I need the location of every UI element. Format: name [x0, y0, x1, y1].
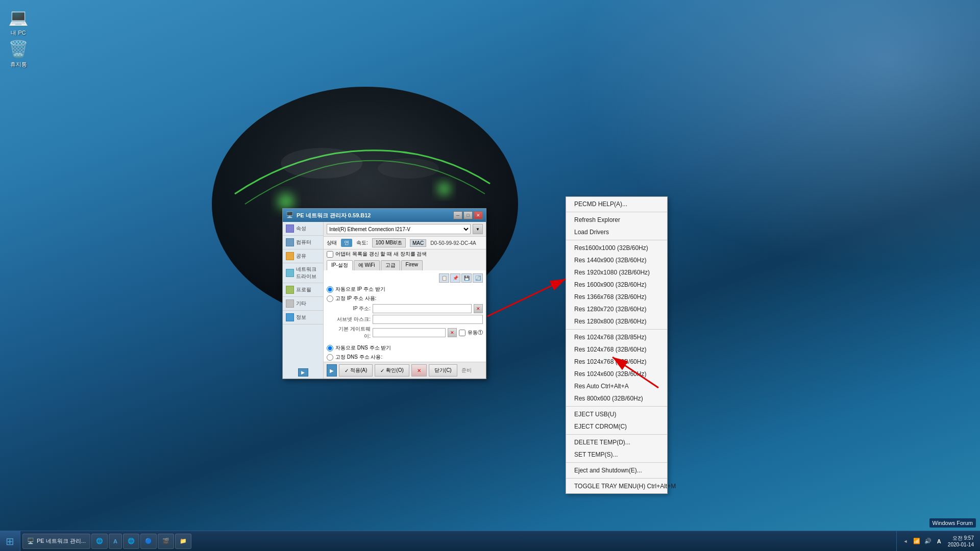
- desktop-icon-mypc[interactable]: 💻 내 PC: [6, 5, 31, 38]
- context-item-delete-temp[interactable]: DELETE TEMP(D)...: [566, 436, 667, 448]
- pe-close-dialog-button[interactable]: 닫기(C): [429, 364, 457, 377]
- apply-text: 적용(A): [350, 367, 367, 374]
- sidebar-item-share[interactable]: 공유: [283, 249, 323, 263]
- svg-point-2: [378, 158, 439, 179]
- ip-tool-3[interactable]: 💾: [461, 273, 472, 283]
- start-button[interactable]: ⊞: [0, 531, 20, 552]
- context-item-res-1440x900[interactable]: Res 1440x900 (32B/60Hz): [566, 254, 667, 266]
- ip-address-input[interactable]: [373, 304, 472, 313]
- auto-dns-radio[interactable]: [327, 345, 333, 352]
- ip-clear-button[interactable]: ✕: [474, 304, 483, 313]
- context-item-res-1600x1000[interactable]: Res1600x1000 (32B/60Hz): [566, 242, 667, 254]
- fixed-ip-radio[interactable]: [327, 295, 333, 302]
- taskbar-item-media[interactable]: 🎬: [158, 534, 174, 549]
- context-item-eject-usb[interactable]: EJECT USB(U): [566, 408, 667, 420]
- context-item-eject-shutdown[interactable]: Eject and Shutdown(E)...: [566, 464, 667, 477]
- pe-maximize-button[interactable]: □: [463, 211, 473, 219]
- sidebar-item-other[interactable]: 기타: [283, 297, 323, 311]
- pe-ok-button[interactable]: ✓ 확인(O): [375, 364, 409, 377]
- sidebar-item-info[interactable]: 정보: [283, 311, 323, 324]
- context-item-res-1280x800[interactable]: Res 1280x800 (32B/60Hz): [566, 315, 667, 328]
- adapter-dropdown-button[interactable]: ▼: [473, 224, 483, 234]
- context-item-res-1366x768[interactable]: Res 1366x768 (32B/60Hz): [566, 291, 667, 303]
- tray-volume-icon[interactable]: 🔊: [923, 537, 933, 546]
- pe-window-title: PE 네트워크 관리자 0.59.B12: [297, 212, 451, 219]
- info-icon: [286, 313, 294, 321]
- taskbar-item-folder[interactable]: 📁: [175, 534, 191, 549]
- network-icon: 🌐: [128, 538, 135, 544]
- taskbar-item-app1[interactable]: 🔵: [140, 534, 157, 549]
- tab-advanced-label: 고급: [385, 262, 396, 268]
- desktop-icon-recycle[interactable]: 🗑️ 휴지통: [6, 37, 31, 70]
- fixed-dns-radio[interactable]: [327, 354, 333, 361]
- taskbar-item-ie[interactable]: 🌐: [91, 534, 108, 549]
- forum-watermark: Windows Forum: [929, 518, 976, 528]
- context-item-pecmd-help[interactable]: PECMD HELP(A)...: [566, 198, 667, 210]
- context-item-res-1024x768-85[interactable]: Res 1024x768 (32B/85Hz): [566, 331, 667, 343]
- taskbar-item-network[interactable]: 🌐: [123, 534, 139, 549]
- tray-expand-button[interactable]: ◄: [901, 537, 910, 546]
- context-item-res-800x600[interactable]: Res 800x600 (32B/60Hz): [566, 392, 667, 405]
- context-item-res-1024x600[interactable]: Res 1024x600 (32B/60Hz): [566, 368, 667, 380]
- context-item-res-1600x900[interactable]: Res 1600x900 (32B/60Hz): [566, 279, 667, 291]
- taskbar-item-translate[interactable]: A: [109, 534, 122, 549]
- pe-navigate-button[interactable]: ▶: [327, 364, 337, 377]
- tray-lang-icon[interactable]: A: [935, 537, 944, 546]
- red-arrows-overlay: [0, 0, 980, 551]
- tab-firewall-label: Firew: [406, 262, 418, 267]
- speed-label: 속도:: [356, 239, 368, 246]
- tab-wifi-label: 예 WiFi: [358, 262, 375, 268]
- sidebar-other-label: 기타: [296, 300, 306, 307]
- context-item-res-980x551[interactable]: Res 980x551 (32B/60Hz): [566, 266, 667, 279]
- ip-tool-2[interactable]: 📌: [450, 273, 460, 283]
- tab-ip-setting[interactable]: IP-설정: [327, 260, 353, 270]
- tab-firewall[interactable]: Firew: [401, 260, 423, 270]
- auto-dns-row: 자동으로 DNS 주소 받기: [327, 344, 483, 352]
- status-row: 상태 연 속도: 100 MBit/초 MAC D0-50-99-92-DC-4…: [324, 237, 486, 249]
- context-item-res-1280x720[interactable]: Res 1280x720 (32B/60Hz): [566, 303, 667, 315]
- svg-line-5: [487, 279, 566, 316]
- ip-tool-4[interactable]: 🔄: [473, 273, 483, 283]
- context-item-res-1024x768-16[interactable]: Res 1024x768 (16B/60Hz): [566, 356, 667, 368]
- context-separator-5: [566, 434, 667, 435]
- tab-wifi[interactable]: 예 WiFi: [354, 260, 380, 270]
- pe-close-button[interactable]: ✕: [474, 211, 483, 219]
- subnet-mask-input[interactable]: [373, 315, 483, 324]
- context-item-refresh-explorer[interactable]: Refresh Explorer: [566, 214, 667, 226]
- auto-checkbox[interactable]: [459, 330, 465, 336]
- pe-main-panel: Intel(R) Ethernet Connection I217-V ▼ 상태…: [324, 222, 486, 379]
- translate-icon: A: [113, 538, 117, 544]
- tray-network-icon[interactable]: 📶: [912, 537, 921, 546]
- pe-minimize-button[interactable]: ─: [453, 211, 462, 219]
- taskbar-clock[interactable]: 오전 9:57 2020-01-14: [946, 535, 976, 547]
- adapter-select[interactable]: Intel(R) Ethernet Connection I217-V: [327, 224, 471, 234]
- mac-value: D0-50-99-92-DC-4A: [430, 240, 476, 246]
- context-item-set-temp[interactable]: SET TEMP(S)...: [566, 448, 667, 461]
- gateway-input[interactable]: [373, 328, 446, 337]
- context-item-res-auto[interactable]: Res Auto Ctrl+Alt+A: [566, 380, 667, 392]
- gateway-clear-button[interactable]: ✕: [448, 328, 457, 337]
- sidebar-item-properties[interactable]: 속성: [283, 222, 323, 236]
- pe-cancel-button[interactable]: ✕: [411, 364, 427, 377]
- context-item-toggle-tray[interactable]: TOGGLE TRAY MENU(H) Ctrl+Alt+M: [566, 480, 667, 492]
- update-devices-checkbox[interactable]: [327, 251, 333, 258]
- media-icon: 🎬: [162, 538, 169, 544]
- context-item-res-1024x768-60[interactable]: Res 1024x768 (32B/60Hz): [566, 343, 667, 356]
- sidebar-arrow-button[interactable]: ▶: [298, 368, 308, 377]
- pe-bottom-bar: ▶ ✓ 적용(A) ✓ 확인(O) ✕ 닫기(C) 준비: [324, 362, 486, 379]
- sidebar-item-network-driver[interactable]: 네트워크 드라이브: [283, 263, 323, 283]
- taskbar-item-pe-network[interactable]: 🖥️ PE 네트워크 관리...: [22, 534, 90, 549]
- auto-ip-radio[interactable]: [327, 286, 333, 293]
- pe-apply-button[interactable]: ✓ 적용(A): [339, 364, 373, 377]
- status-value[interactable]: 연: [341, 239, 352, 247]
- context-menu: PECMD HELP(A)... Refresh Explorer Load D…: [566, 196, 668, 494]
- context-item-load-drivers[interactable]: Load Drivers: [566, 226, 667, 238]
- sidebar-item-computer[interactable]: 컴퓨터: [283, 236, 323, 249]
- sidebar-item-profile[interactable]: 프로필: [283, 283, 323, 297]
- ip-tool-1[interactable]: 📋: [439, 273, 449, 283]
- other-icon: [286, 299, 294, 308]
- context-item-eject-cdrom[interactable]: EJECT CDROM(C): [566, 420, 667, 433]
- sidebar-netdriver-label: 네트워크 드라이브: [296, 266, 320, 280]
- profile-icon: [286, 286, 294, 294]
- tab-advanced[interactable]: 고급: [381, 260, 400, 270]
